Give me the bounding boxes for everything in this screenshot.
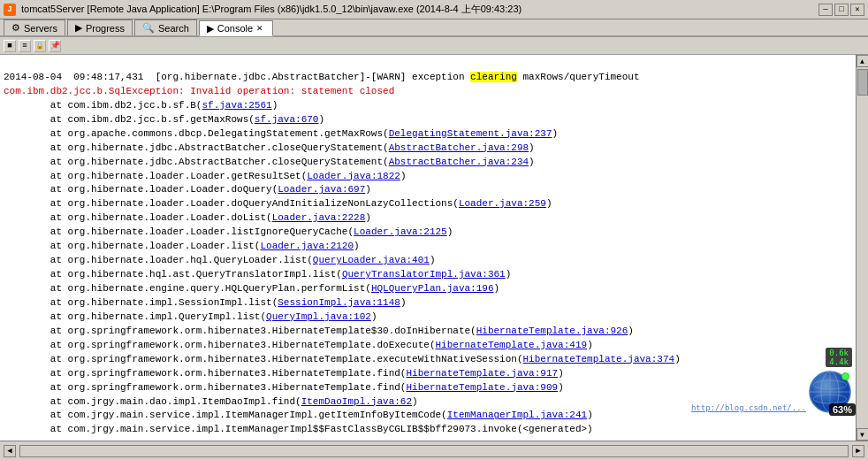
link-itemManagerImpl241[interactable]: ItemManagerImpl.java:241 [447, 410, 587, 420]
close-button[interactable]: ✕ [850, 4, 864, 16]
log-line-25: at com.jrgy.main.service.impl.ItemManage… [4, 410, 593, 420]
log-line-26: at com.jrgy.main.service.impl.ItemManage… [4, 424, 593, 434]
scrollbar-track[interactable] [857, 67, 868, 428]
log-line-2: com.ibm.db2.jcc.b.SqlException: Invalid … [4, 86, 394, 96]
log-line-8: at org.hibernate.loader.Loader.getResult… [4, 171, 407, 181]
link-loader2120[interactable]: Loader.java:2120 [260, 241, 354, 251]
content-area: 2014-08-04 09:48:17,431 [org.hibernate.j… [0, 55, 868, 441]
toolbar: ■ ≡ 🔒 📌 [0, 37, 868, 55]
toolbar-pin-button[interactable]: 📌 [49, 40, 61, 52]
scroll-right-button[interactable]: ▶ [852, 445, 864, 457]
toolbar-clear-button[interactable]: ≡ [19, 40, 31, 52]
link-hibernateTemplate909[interactable]: HibernateTemplate.java:909 [406, 382, 558, 393]
percent-badge: 63% [829, 403, 856, 416]
horizontal-scrollbar-track[interactable] [19, 445, 849, 457]
log-line-6: at org.hibernate.jdbc.AbstractBatcher.cl… [4, 142, 535, 153]
link-abstractBatcher298[interactable]: AbstractBatcher.java:298 [389, 142, 529, 153]
log-line-7: at org.hibernate.jdbc.AbstractBatcher.cl… [4, 157, 535, 167]
titlebar-controls: ─ □ ✕ [819, 4, 864, 16]
network-widget: 0.6k 4.4k 63% [808, 348, 852, 414]
log-line-24: at com.jrgy.main.dao.impl.ItemDaoImpl.fi… [4, 396, 418, 407]
tab-servers[interactable]: ⚙ Servers [4, 19, 65, 35]
scrollbar-thumb[interactable] [857, 69, 868, 96]
log-line-3: at com.ibm.db2.jcc.b.sf.B(sf.java:2561) [4, 100, 278, 111]
network-icon-area: 63% [808, 370, 852, 414]
link-hibernateTemplate926[interactable]: HibernateTemplate.java:926 [476, 326, 628, 336]
titlebar: J tomcat5Server [Remote Java Application… [0, 0, 868, 19]
log-line-12: at org.hibernate.loader.Loader.listIgnor… [4, 226, 453, 237]
link-loader259[interactable]: Loader.java:259 [459, 198, 546, 209]
scroll-up-button[interactable]: ▲ [857, 55, 869, 67]
link-itemDaoImpl62[interactable]: ItemDaoImpl.java:62 [301, 396, 412, 407]
log-line-10: at org.hibernate.loader.Loader.doQueryAn… [4, 198, 552, 209]
vertical-scrollbar[interactable]: ▲ ▼ [856, 55, 868, 441]
log-line-15: at org.hibernate.hql.ast.QueryTranslator… [4, 269, 511, 280]
log-line-22: at org.springframework.orm.hibernate3.Hi… [4, 368, 564, 379]
tab-console-close[interactable]: ✕ [256, 24, 265, 33]
log-line-9: at org.hibernate.loader.Loader.doQuery(L… [4, 184, 371, 195]
log-line-19: at org.springframework.orm.hibernate3.Hi… [4, 326, 634, 336]
minimize-button[interactable]: ─ [819, 4, 833, 16]
log-line-14: at org.hibernate.loader.hql.QueryLoader.… [4, 255, 436, 265]
app-icon: J [4, 4, 16, 16]
link-queryTranslator361[interactable]: QueryTranslatorImpl.java:361 [342, 269, 506, 280]
maximize-button[interactable]: □ [834, 4, 849, 16]
link-loader1822[interactable]: Loader.java:1822 [307, 171, 400, 181]
tab-progress[interactable]: ▶ Progress [67, 19, 133, 35]
link-hibernateTemplate374[interactable]: HibernateTemplate.java:374 [523, 354, 675, 364]
log-line-18: at org.hibernate.impl.QueryImpl.list(Que… [4, 311, 377, 322]
link-delegating237[interactable]: DelegatingStatement.java:237 [389, 128, 552, 139]
console-output: 2014-08-04 09:48:17,431 [org.hibernate.j… [0, 55, 856, 441]
log-line-21: at org.springframework.orm.hibernate3.Hi… [4, 354, 681, 364]
online-indicator [841, 372, 849, 380]
link-hibernateTemplate917[interactable]: HibernateTemplate.java:917 [406, 368, 558, 379]
tab-search-label: Search [158, 23, 189, 34]
log-line-5: at org.apache.commons.dbcp.DelegatingSta… [4, 128, 558, 139]
log-line-20: at org.springframework.orm.hibernate3.Hi… [4, 340, 593, 350]
titlebar-text: tomcat5Server [Remote Java Application] … [21, 3, 813, 16]
log-line-17: at org.hibernate.impl.SessionImpl.list(S… [4, 297, 407, 308]
log-line-23: at org.springframework.orm.hibernate3.Hi… [4, 382, 564, 393]
link-sf670[interactable]: sf.java:670 [255, 114, 319, 125]
log-line-13: at org.hibernate.loader.Loader.list(Load… [4, 241, 360, 251]
console-output-area[interactable]: 2014-08-04 09:48:17,431 [org.hibernate.j… [0, 55, 856, 441]
speed-display: 0.6k 4.4k [826, 348, 852, 367]
url-hint: http://blog.csdn.net/... [691, 403, 806, 412]
link-abstractBatcher234[interactable]: AbstractBatcher.java:234 [389, 157, 529, 167]
link-loader2228[interactable]: Loader.java:2228 [272, 212, 366, 223]
progress-icon: ▶ [75, 22, 82, 34]
link-queryLoader401[interactable]: QueryLoader.java:401 [313, 255, 430, 265]
log-line-16: at org.hibernate.engine.query.HQLQueryPl… [4, 283, 499, 294]
tabbar: ⚙ Servers ▶ Progress 🔍 Search ▶ Console … [0, 19, 868, 37]
link-hqlQueryPlan196[interactable]: HQLQueryPlan.java:196 [371, 283, 494, 294]
tab-console[interactable]: ▶ Console ✕ [199, 20, 273, 36]
tab-progress-label: Progress [86, 23, 125, 34]
toolbar-stop-button[interactable]: ■ [4, 40, 16, 52]
link-hibernateTemplate419[interactable]: HibernateTemplate.java:419 [435, 340, 587, 350]
link-loader2125[interactable]: Loader.java:2125 [354, 226, 447, 237]
tab-servers-label: Servers [24, 23, 57, 34]
servers-icon: ⚙ [11, 22, 20, 34]
search-icon: 🔍 [142, 22, 155, 34]
tab-search[interactable]: 🔍 Search [134, 19, 197, 35]
link-sessionImpl1148[interactable]: SessionImpl.java:1148 [278, 297, 400, 308]
statusbar: ◀ ▶ [0, 441, 868, 460]
link-loader697[interactable]: Loader.java:697 [278, 184, 365, 195]
tab-console-label: Console [217, 23, 253, 34]
link-queryImpl102[interactable]: QueryImpl.java:102 [266, 311, 371, 322]
scroll-down-button[interactable]: ▼ [857, 428, 869, 441]
link-sf2561[interactable]: sf.java:2561 [202, 100, 271, 111]
log-line-11: at org.hibernate.loader.Loader.doList(Lo… [4, 212, 371, 223]
toolbar-scroll-lock-button[interactable]: 🔒 [34, 40, 46, 52]
log-line-4: at com.ibm.db2.jcc.b.sf.getMaxRows(sf.ja… [4, 114, 324, 125]
scroll-left-button[interactable]: ◀ [4, 445, 16, 457]
log-line-1: 2014-08-04 09:48:17,431 [org.hibernate.j… [4, 72, 640, 82]
console-icon: ▶ [207, 23, 214, 34]
